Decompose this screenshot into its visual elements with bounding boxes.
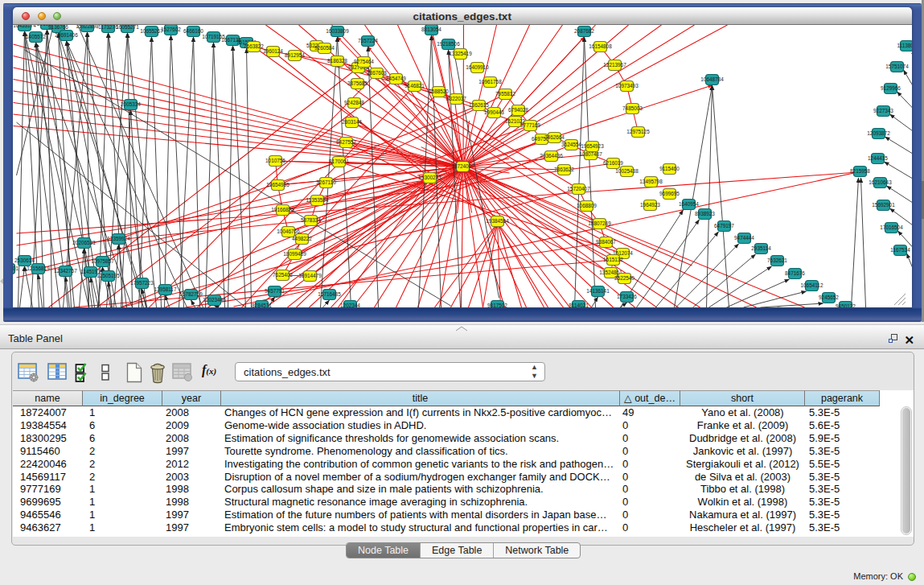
svg-text:6466160: 6466160 [183, 28, 203, 34]
svg-text:8427552: 8427552 [336, 139, 356, 145]
svg-text:7485003: 7485003 [622, 105, 643, 111]
svg-text:9817502: 9817502 [487, 303, 507, 308]
svg-text:19166825: 19166825 [271, 207, 294, 212]
svg-text:9227343: 9227343 [873, 108, 893, 113]
svg-text:11353584: 11353584 [306, 197, 328, 203]
svg-text:16453174: 16453174 [13, 25, 36, 28]
svg-text:10025438: 10025438 [615, 168, 639, 174]
svg-text:16782759: 16782759 [179, 291, 203, 297]
svg-text:7357224: 7357224 [358, 38, 378, 43]
svg-text:1615132: 1615132 [603, 257, 623, 262]
svg-text:2005334: 2005334 [121, 101, 141, 107]
svg-text:3915401: 3915401 [13, 266, 18, 271]
svg-text:16154808: 16154808 [589, 43, 612, 49]
svg-text:8813054: 8813054 [421, 27, 441, 32]
svg-text:19654923: 19654923 [581, 143, 604, 149]
svg-text:12023446: 12023446 [203, 297, 226, 303]
svg-text:8186328: 8186328 [327, 58, 347, 64]
svg-text:9457791: 9457791 [265, 288, 285, 294]
svg-text:4498222: 4498222 [292, 236, 312, 241]
svg-text:19384554: 19384554 [486, 218, 509, 224]
svg-text:6794028: 6794028 [508, 107, 528, 113]
svg-text:2867608: 2867608 [367, 70, 387, 76]
svg-text:3267110: 3267110 [316, 179, 336, 185]
svg-text:3960124: 3960124 [263, 48, 283, 54]
svg-text:1010755: 1010755 [265, 158, 285, 163]
svg-text:15922898: 15922898 [76, 25, 99, 29]
svg-text:9275464: 9275464 [354, 59, 374, 64]
svg-text:2530614: 2530614 [14, 257, 35, 263]
svg-text:15716485: 15716485 [318, 291, 341, 297]
svg-text:10046766: 10046766 [277, 229, 300, 234]
svg-text:8114021: 8114021 [569, 303, 589, 308]
svg-text:12156819: 12156819 [27, 266, 50, 271]
svg-text:1964923: 1964923 [640, 202, 660, 208]
svg-text:9115460: 9115460 [659, 166, 680, 171]
svg-text:1405572: 1405572 [26, 34, 46, 39]
svg-text:8170061: 8170061 [329, 159, 349, 164]
svg-text:16033809: 16033809 [326, 28, 349, 34]
svg-text:2522540: 2522540 [614, 275, 634, 281]
svg-text:12505195: 12505195 [97, 273, 120, 278]
svg-text:1167534: 1167534 [890, 247, 910, 253]
svg-text:12342757: 12342757 [54, 268, 77, 274]
svg-text:15692901: 15692901 [872, 202, 895, 208]
svg-text:19654985: 19654985 [266, 182, 290, 187]
svg-text:12975125: 12975125 [626, 129, 650, 134]
svg-text:8284571: 8284571 [252, 303, 272, 308]
svg-text:18724007: 18724007 [451, 163, 474, 169]
svg-text:1990443: 1990443 [484, 109, 504, 115]
svg-text:12359924: 12359924 [107, 236, 130, 241]
svg-text:9129966: 9129966 [881, 85, 901, 91]
svg-text:8454749: 8454749 [386, 76, 406, 81]
svg-text:10975857: 10975857 [91, 258, 114, 264]
svg-text:15751074: 15751074 [885, 64, 909, 69]
svg-text:1244415: 1244415 [868, 155, 888, 161]
svg-text:2803144: 2803144 [342, 119, 362, 125]
svg-text:8938923: 8938923 [695, 211, 715, 216]
svg-text:14136141: 14136141 [586, 288, 610, 294]
svg-text:20364436: 20364436 [540, 153, 563, 159]
svg-text:20691406: 20691406 [55, 32, 78, 38]
svg-text:8322037: 8322037 [446, 96, 466, 101]
svg-text:1733426: 1733426 [617, 294, 637, 299]
svg-text:17016504: 17016504 [880, 225, 903, 230]
svg-text:2935114: 2935114 [751, 245, 771, 251]
svg-text:13495798: 13495798 [639, 179, 663, 184]
svg-text:15720407: 15720407 [567, 186, 590, 192]
svg-text:19218506: 19218506 [437, 41, 460, 47]
svg-text:9242848: 9242848 [344, 100, 364, 105]
svg-text:13325419: 13325419 [449, 51, 472, 56]
svg-text:9474444: 9474444 [734, 235, 754, 241]
svg-text:1640954: 1640954 [679, 201, 699, 207]
svg-text:16914479: 16914479 [298, 273, 322, 278]
svg-text:5878334: 5878334 [301, 217, 321, 223]
svg-text:1202344: 1202344 [340, 303, 360, 308]
svg-text:1588520: 1588520 [429, 89, 449, 94]
svg-text:17957223: 17957223 [130, 280, 154, 286]
svg-text:9450122: 9450122 [836, 303, 856, 308]
svg-text:7955812: 7955812 [495, 91, 515, 97]
svg-text:16055271: 16055271 [116, 25, 139, 30]
svg-text:9136766: 9136766 [48, 25, 68, 30]
svg-text:1527602: 1527602 [161, 27, 181, 32]
svg-text:9384067: 9384067 [596, 239, 616, 245]
svg-text:7632621: 7632621 [767, 257, 787, 263]
svg-text:1068809: 1068809 [577, 203, 597, 208]
svg-text:9699695: 9699695 [659, 191, 680, 196]
svg-text:19300273: 19300273 [418, 175, 441, 180]
svg-text:12093872: 12093872 [867, 130, 890, 136]
svg-text:1113804: 1113804 [897, 43, 911, 48]
svg-text:6479197: 6479197 [714, 223, 734, 229]
svg-text:3624554: 3624554 [561, 142, 581, 147]
svg-text:16409910: 16409910 [466, 64, 489, 70]
svg-text:9146821: 9146821 [405, 83, 425, 89]
svg-text:9245652: 9245652 [819, 295, 839, 300]
svg-text:2087682: 2087682 [574, 28, 594, 34]
svg-text:7625402: 7625402 [273, 272, 293, 278]
svg-text:6216019: 6216019 [603, 160, 623, 166]
svg-text:16210643: 16210643 [869, 179, 892, 185]
svg-text:10961758: 10961758 [478, 79, 502, 84]
svg-text:7863622: 7863622 [554, 167, 574, 172]
svg-text:20206531: 20206531 [72, 240, 96, 245]
